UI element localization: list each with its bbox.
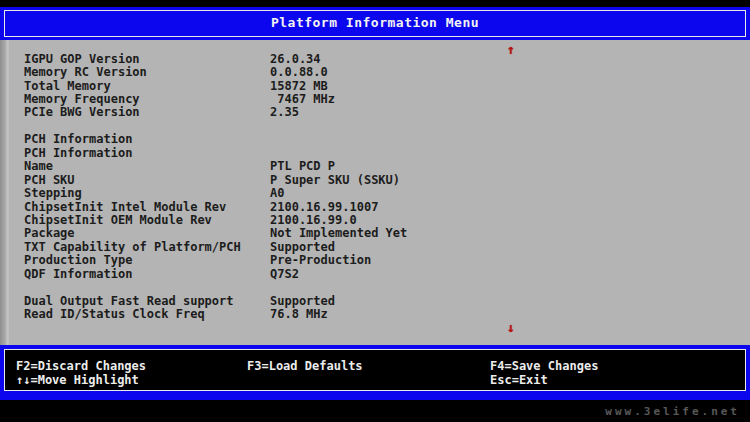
field-label: Read ID/Status Clock Freq — [24, 307, 270, 321]
field-label: Total Memory — [24, 79, 270, 93]
field-row[interactable]: PCH SKUP Super SKU (SSKU) — [24, 173, 740, 186]
field-label: Memory RC Version — [24, 65, 270, 79]
field-label: TXT Capability of Platform/PCH — [24, 240, 270, 254]
bios-screen: { "window": { "title": "Platform Informa… — [0, 0, 750, 422]
field-label: PCIe BWG Version — [24, 105, 270, 119]
field-label: Memory Frequency — [24, 92, 270, 106]
key-f4-save-changes[interactable]: F4=Save Changes — [490, 359, 598, 373]
field-label: Stepping — [24, 186, 270, 200]
field-label: PCH SKU — [24, 173, 270, 187]
field-label: PCH Information — [24, 146, 270, 160]
title-bar: Platform Information Menu — [0, 7, 750, 40]
field-row[interactable]: SteppingA0 — [24, 186, 740, 199]
field-label: Name — [24, 159, 270, 173]
watermark: www.3elife.net — [605, 405, 740, 418]
field-row[interactable]: PackageNot Implemented Yet — [24, 227, 740, 240]
field-value: Not Implemented Yet — [270, 226, 407, 240]
field-value: Pre-Production — [270, 253, 371, 267]
field-row[interactable]: Memory RC Version0.0.88.0 — [24, 65, 740, 78]
platform-info-panel: ↑ IGPU GOP Version26.0.34Memory RC Versi… — [0, 40, 750, 345]
field-value: Supported — [270, 294, 335, 308]
field-row[interactable]: Production TypePre-Production — [24, 254, 740, 267]
key-f2-discard-changes[interactable]: F2=Discard Changes — [16, 359, 146, 373]
key-hint-box: F2=Discard Changes F3=Load Defaults F4=S… — [4, 349, 746, 391]
field-label: ChipsetInit OEM Module Rev — [24, 213, 270, 227]
field-row[interactable]: ChipsetInit OEM Module Rev2100.16.99.0 — [24, 213, 740, 226]
page-title: Platform Information Menu — [0, 15, 750, 30]
field-row[interactable]: ChipsetInit Intel Module Rev2100.16.99.1… — [24, 200, 740, 213]
scroll-down-arrow-icon[interactable]: ↓ — [507, 321, 515, 334]
field-value: A0 — [270, 186, 284, 200]
field-label: Dual Output Fast Read support — [24, 294, 270, 308]
field-row[interactable]: NamePTL PCD P — [24, 160, 740, 173]
field-row[interactable]: PCIe BWG Version2.35 — [24, 106, 740, 119]
key-esc-exit[interactable]: Esc=Exit — [490, 373, 548, 387]
field-value: 0.0.88.0 — [270, 65, 328, 79]
field-row[interactable]: Memory Frequency 7467 MHz — [24, 92, 740, 105]
field-value: 76.8 MHz — [270, 307, 328, 321]
key-arrows-move-highlight[interactable]: ↑↓=Move Highlight — [16, 373, 139, 387]
field-value: PTL PCD P — [270, 159, 335, 173]
field-row[interactable]: Dual Output Fast Read supportSupported — [24, 294, 740, 307]
field-label: PCH Information — [24, 132, 270, 146]
field-row[interactable]: PCH Information — [24, 146, 740, 159]
key-f3-load-defaults[interactable]: F3=Load Defaults — [247, 359, 363, 373]
field-value: 7467 MHz — [270, 92, 335, 106]
field-row[interactable]: QDF InformationQ7S2 — [24, 267, 740, 280]
panel-left-bevel — [0, 40, 9, 345]
field-label: QDF Information — [24, 267, 270, 281]
field-row[interactable]: TXT Capability of Platform/PCHSupported — [24, 240, 740, 253]
field-label: IGPU GOP Version — [24, 52, 270, 66]
field-value: 2100.16.99.0 — [270, 213, 357, 227]
field-value: 15872 MB — [270, 79, 328, 93]
field-label: Production Type — [24, 253, 270, 267]
field-value: P Super SKU (SSKU) — [270, 173, 400, 187]
key-hint-bar: F2=Discard Changes F3=Load Defaults F4=S… — [0, 345, 750, 400]
field-value: Supported — [270, 240, 335, 254]
field-row[interactable]: PCH Information — [24, 133, 740, 146]
field-row-spacer — [24, 119, 740, 132]
field-value: Q7S2 — [270, 267, 299, 281]
field-row[interactable]: IGPU GOP Version26.0.34 — [24, 52, 740, 65]
field-row[interactable]: Total Memory15872 MB — [24, 79, 740, 92]
field-value: 26.0.34 — [270, 52, 321, 66]
field-label: Package — [24, 226, 270, 240]
field-list: IGPU GOP Version26.0.34Memory RC Version… — [24, 52, 740, 321]
field-row-spacer — [24, 280, 740, 293]
field-row[interactable]: Read ID/Status Clock Freq76.8 MHz — [24, 307, 740, 320]
field-value: 2.35 — [270, 105, 299, 119]
field-value: 2100.16.99.1007 — [270, 200, 378, 214]
field-label: ChipsetInit Intel Module Rev — [24, 200, 270, 214]
